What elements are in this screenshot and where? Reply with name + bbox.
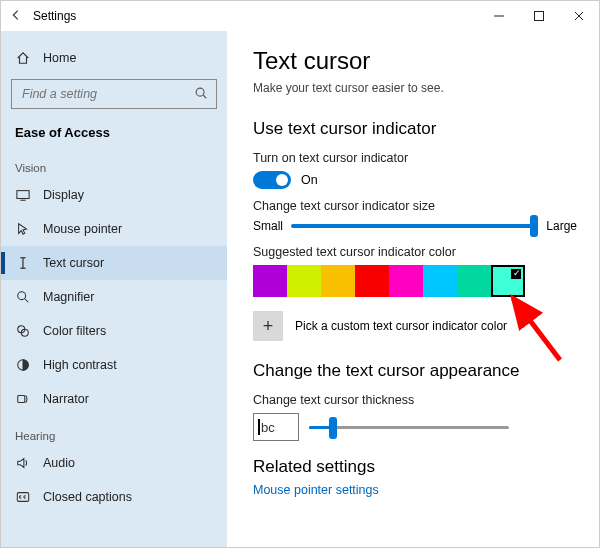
window-controls (479, 1, 599, 31)
sidebar-item-text-cursor[interactable]: Text cursor (1, 246, 227, 280)
section-appearance: Change the text cursor appearance (253, 361, 577, 381)
back-icon[interactable] (9, 8, 23, 25)
svg-point-4 (196, 88, 204, 96)
content-pane: Text cursor Make your text cursor easier… (227, 31, 599, 547)
sidebar-item-closed-captions[interactable]: Closed captions (1, 480, 227, 514)
mouse-pointer-link[interactable]: Mouse pointer settings (253, 483, 577, 497)
size-caption: Change text cursor indicator size (253, 199, 577, 213)
thickness-preview: bc (253, 413, 299, 441)
color-swatch[interactable] (457, 265, 491, 297)
sidebar: Home Ease of Access Vision Display Mouse… (1, 31, 227, 547)
sidebar-item-label: Magnifier (43, 290, 94, 304)
sidebar-item-narrator[interactable]: Narrator (1, 382, 227, 416)
sidebar-item-color-filters[interactable]: Color filters (1, 314, 227, 348)
minimize-button[interactable] (479, 1, 519, 31)
maximize-button[interactable] (519, 1, 559, 31)
sidebar-item-audio[interactable]: Audio (1, 446, 227, 480)
display-icon (15, 188, 31, 202)
narrator-icon (15, 392, 31, 406)
toggle-caption: Turn on text cursor indicator (253, 151, 577, 165)
svg-line-5 (203, 95, 206, 98)
text-cursor-icon (15, 256, 31, 270)
sidebar-item-label: Display (43, 188, 84, 202)
color-swatch[interactable] (321, 265, 355, 297)
section-indicator: Use text cursor indicator (253, 119, 577, 139)
size-small-label: Small (253, 219, 283, 233)
home-icon (15, 51, 31, 65)
thickness-caption: Change text cursor thickness (253, 393, 577, 407)
indicator-size-slider[interactable] (291, 224, 538, 228)
color-swatches: ✓ (253, 265, 577, 297)
page-title: Text cursor (253, 47, 577, 75)
home-nav[interactable]: Home (1, 41, 227, 75)
sidebar-item-label: Text cursor (43, 256, 104, 270)
high-contrast-icon (15, 358, 31, 372)
svg-line-12 (25, 299, 29, 303)
search-input[interactable] (20, 86, 194, 102)
closed-captions-icon (15, 490, 31, 504)
color-caption: Suggested text cursor indicator color (253, 245, 577, 259)
svg-rect-6 (17, 191, 29, 199)
custom-color-label: Pick a custom text cursor indicator colo… (295, 319, 507, 333)
svg-point-11 (18, 292, 26, 300)
toggle-state: On (301, 173, 318, 187)
color-swatch[interactable] (423, 265, 457, 297)
color-swatch[interactable]: ✓ (491, 265, 525, 297)
section-related: Related settings (253, 457, 577, 477)
search-box[interactable] (11, 79, 217, 109)
svg-rect-1 (535, 12, 544, 21)
color-swatch[interactable] (253, 265, 287, 297)
sidebar-item-label: Closed captions (43, 490, 132, 504)
custom-color-button[interactable]: + Pick a custom text cursor indicator co… (253, 311, 577, 341)
color-swatch[interactable] (389, 265, 423, 297)
app-title: Settings (33, 9, 76, 23)
color-swatch[interactable] (355, 265, 389, 297)
audio-icon (15, 456, 31, 470)
sidebar-item-high-contrast[interactable]: High contrast (1, 348, 227, 382)
group-vision: Vision (1, 148, 227, 178)
section-header: Ease of Access (1, 119, 227, 148)
sidebar-item-label: Narrator (43, 392, 89, 406)
color-filters-icon (15, 324, 31, 338)
color-swatch[interactable] (287, 265, 321, 297)
page-subtitle: Make your text cursor easier to see. (253, 81, 577, 95)
sidebar-item-magnifier[interactable]: Magnifier (1, 280, 227, 314)
close-button[interactable] (559, 1, 599, 31)
sidebar-item-label: Color filters (43, 324, 106, 338)
magnifier-icon (15, 290, 31, 304)
sidebar-item-display[interactable]: Display (1, 178, 227, 212)
size-large-label: Large (546, 219, 577, 233)
sidebar-item-label: High contrast (43, 358, 117, 372)
indicator-toggle[interactable]: On (253, 171, 577, 189)
thickness-slider[interactable] (309, 426, 509, 429)
mouse-pointer-icon (15, 222, 31, 236)
plus-icon: + (253, 311, 283, 341)
sidebar-item-label: Mouse pointer (43, 222, 122, 236)
titlebar: Settings (1, 1, 599, 31)
search-icon (194, 86, 208, 103)
group-hearing: Hearing (1, 416, 227, 446)
sidebar-item-label: Audio (43, 456, 75, 470)
svg-rect-16 (18, 396, 25, 403)
sidebar-item-mouse-pointer[interactable]: Mouse pointer (1, 212, 227, 246)
home-label: Home (43, 51, 76, 65)
